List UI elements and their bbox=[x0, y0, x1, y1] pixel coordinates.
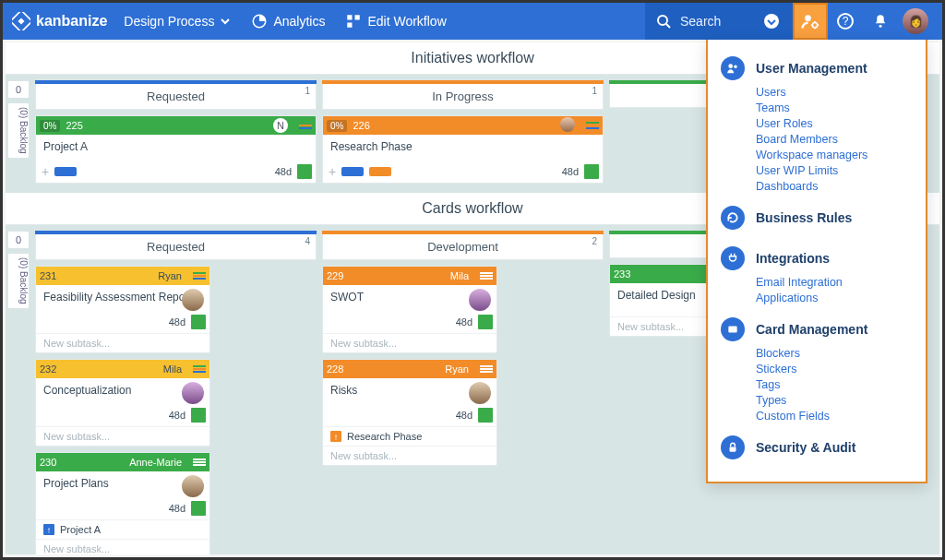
card-title: Feasibility Assessment Report bbox=[43, 291, 192, 304]
assignee-name: Mila bbox=[163, 363, 182, 375]
col-label: Development bbox=[427, 240, 498, 254]
admin-security[interactable]: Security & Audit bbox=[721, 432, 913, 463]
card-conceptualization[interactable]: 232 Mila Conceptualization 48d New subta… bbox=[35, 359, 210, 447]
col-label: In Progress bbox=[432, 89, 493, 103]
user-avatar-button[interactable]: 👩 bbox=[898, 3, 933, 40]
assignee-name: Mila bbox=[450, 270, 469, 281]
admin-user-management[interactable]: User Management bbox=[721, 53, 913, 84]
admin-gear-button[interactable] bbox=[793, 3, 828, 40]
col-header-requested[interactable]: Requested 1 bbox=[35, 84, 317, 110]
chevron-down-circle-icon[interactable] bbox=[763, 13, 780, 30]
link-board-members[interactable]: Board Members bbox=[756, 133, 913, 146]
admin-integrations[interactable]: Integrations bbox=[721, 243, 913, 274]
drag-icon[interactable] bbox=[193, 364, 206, 374]
drag-icon[interactable] bbox=[299, 121, 312, 130]
board-dropdown[interactable]: Design Process bbox=[124, 14, 231, 29]
admin-card-management[interactable]: Card Management bbox=[721, 314, 913, 345]
link-custom-fields[interactable]: Custom Fields bbox=[756, 410, 913, 423]
svg-point-10 bbox=[812, 23, 817, 28]
link-stickers[interactable]: Stickers bbox=[756, 363, 913, 375]
search-box[interactable] bbox=[645, 3, 793, 40]
chip bbox=[341, 167, 364, 176]
help-button[interactable]: ? bbox=[828, 3, 863, 40]
card-id: 231 bbox=[40, 270, 56, 281]
link-dashboards[interactable]: Dashboards bbox=[756, 180, 913, 193]
drag-icon[interactable] bbox=[480, 271, 493, 280]
workflow-icon bbox=[345, 13, 362, 30]
svg-point-40 bbox=[734, 66, 737, 69]
link-user-roles[interactable]: User Roles bbox=[756, 117, 913, 130]
link-workspace-managers[interactable]: Workspace managers bbox=[756, 149, 913, 161]
drag-icon[interactable] bbox=[193, 458, 206, 467]
new-subtask[interactable]: New subtask... bbox=[36, 539, 209, 554]
search-input[interactable] bbox=[680, 14, 754, 29]
svg-point-8 bbox=[764, 14, 779, 29]
card-id: 233 bbox=[614, 268, 630, 280]
link-users[interactable]: Users bbox=[756, 86, 913, 99]
drag-icon[interactable] bbox=[480, 364, 493, 374]
parent-label: Project A bbox=[60, 524, 101, 535]
chip bbox=[369, 167, 391, 176]
add-chip-icon[interactable]: + bbox=[42, 164, 49, 179]
col-header-requested[interactable]: Requested 4 bbox=[35, 234, 317, 260]
card-project-a[interactable]: 0% 225 N Project A + 48d bbox=[35, 115, 317, 184]
help-icon: ? bbox=[836, 12, 855, 30]
notifications-button[interactable] bbox=[863, 3, 898, 40]
add-chip-icon[interactable]: + bbox=[329, 164, 336, 179]
brand-logo[interactable]: kanbanize bbox=[12, 12, 107, 30]
status-square bbox=[191, 408, 206, 423]
new-subtask[interactable]: New subtask... bbox=[323, 333, 496, 352]
link-wip-limits[interactable]: User WIP Limits bbox=[756, 164, 913, 177]
backlog-count[interactable]: 0 bbox=[7, 231, 30, 249]
card-title: Detailed Design bbox=[617, 289, 696, 302]
col-count: 2 bbox=[592, 236, 597, 246]
svg-rect-1 bbox=[18, 18, 24, 24]
assignee-avatar bbox=[469, 382, 491, 404]
link-applications[interactable]: Applications bbox=[756, 292, 913, 304]
status-square bbox=[584, 164, 599, 179]
admin-business-rules[interactable]: Business Rules bbox=[721, 202, 913, 233]
edit-workflow-link[interactable]: Edit Workflow bbox=[345, 13, 446, 30]
card-id: 230 bbox=[40, 457, 56, 468]
svg-rect-4 bbox=[355, 15, 360, 19]
parent-link[interactable]: ↑Research Phase bbox=[323, 426, 496, 446]
col-count: 1 bbox=[592, 86, 597, 96]
assignee-avatar bbox=[182, 382, 204, 404]
backlog-count[interactable]: 0 bbox=[7, 80, 30, 99]
backlog-label[interactable]: (0) Backlog bbox=[7, 102, 30, 159]
link-types[interactable]: Types bbox=[756, 394, 913, 407]
status-square bbox=[478, 315, 493, 329]
parent-link[interactable]: ↑Project A bbox=[36, 519, 209, 539]
svg-point-17 bbox=[879, 25, 882, 28]
assignee-avatar bbox=[182, 475, 204, 497]
new-subtask[interactable]: New subtask... bbox=[36, 333, 209, 352]
card-project-plans[interactable]: 230 Anne-Marie Project Plans 48d ↑Projec… bbox=[35, 452, 210, 554]
card-id: 226 bbox=[353, 120, 369, 131]
drag-icon[interactable] bbox=[193, 271, 206, 280]
bell-icon bbox=[872, 13, 889, 30]
card-id: 232 bbox=[40, 363, 56, 375]
assignee-name: Ryan bbox=[445, 363, 469, 375]
col-header-progress[interactable]: In Progress 1 bbox=[322, 84, 604, 110]
card-research-phase[interactable]: 0% 226 Research Phase + bbox=[322, 115, 604, 184]
top-navigation: kanbanize Design Process Analytics Edit … bbox=[3, 3, 942, 40]
section-title: User Management bbox=[756, 61, 867, 76]
card-feasibility[interactable]: 231 Ryan Feasibility Assessment Report 4… bbox=[35, 266, 210, 353]
col-in-progress: In Progress 1 0% 226 Research Phase bbox=[322, 80, 604, 184]
link-tags[interactable]: Tags bbox=[756, 378, 913, 391]
link-email-integration[interactable]: Email Integration bbox=[756, 276, 913, 289]
board-name: Design Process bbox=[124, 14, 214, 29]
backlog-label[interactable]: (0) Backlog bbox=[7, 253, 30, 309]
chevron-down-icon bbox=[220, 16, 231, 27]
link-blockers[interactable]: Blockers bbox=[756, 347, 913, 360]
card-risks[interactable]: 228 Ryan Risks 48d ↑Research Phase New s… bbox=[322, 359, 497, 466]
analytics-link[interactable]: Analytics bbox=[251, 13, 325, 30]
col-header-development[interactable]: Development 2 bbox=[322, 234, 604, 260]
drag-icon[interactable] bbox=[586, 121, 599, 130]
link-teams[interactable]: Teams bbox=[756, 101, 913, 114]
new-subtask[interactable]: New subtask... bbox=[36, 426, 209, 446]
col-count: 1 bbox=[305, 86, 310, 96]
new-subtask[interactable]: New subtask... bbox=[323, 446, 496, 465]
card-swot[interactable]: 229 Mila SWOT 48d New subtask... bbox=[322, 266, 497, 353]
col-development: Development 2 229 Mila SWOT bbox=[322, 231, 604, 554]
